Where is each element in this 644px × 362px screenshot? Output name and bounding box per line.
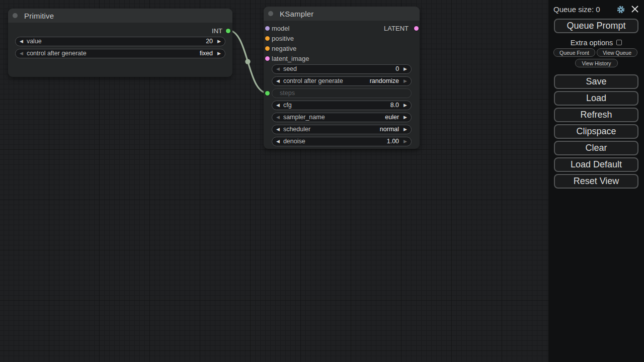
widget-denoise[interactable]: ◀ denoise 1.00 ▶ bbox=[272, 137, 412, 146]
widget-control-after-generate[interactable]: ◀ control after generate fixed ▶ bbox=[15, 49, 225, 58]
input-slot-latent-image[interactable] bbox=[265, 56, 270, 61]
extra-options-label: Extra options bbox=[571, 39, 613, 47]
decrement-arrow-icon[interactable]: ◀ bbox=[276, 127, 280, 132]
view-history-button[interactable]: View History bbox=[575, 59, 618, 67]
clipspace-button[interactable]: Clipspace bbox=[554, 124, 638, 139]
output-label: INT bbox=[192, 28, 222, 34]
input-slot-steps[interactable] bbox=[265, 91, 270, 96]
input-label: negative bbox=[272, 45, 296, 52]
clear-button[interactable]: Clear bbox=[554, 141, 638, 155]
widget-value-text: randomize bbox=[370, 77, 399, 84]
widget-label: value bbox=[27, 38, 206, 45]
widget-steps-disabled: steps bbox=[272, 88, 412, 98]
collapse-dot-icon[interactable] bbox=[268, 11, 273, 16]
widget-value[interactable]: ◀ value 20 ▶ bbox=[15, 37, 225, 46]
widget-value-text: euler bbox=[385, 114, 399, 121]
extra-options-checkbox[interactable] bbox=[616, 40, 622, 45]
input-label: positive bbox=[272, 35, 294, 42]
node-ksampler[interactable]: KSampler model positive negative latent_… bbox=[264, 7, 420, 149]
input-slot-negative[interactable] bbox=[265, 46, 270, 51]
widget-value-text: 1.00 bbox=[387, 138, 399, 145]
load-button[interactable]: Load bbox=[554, 91, 638, 106]
extra-options-row: Extra options bbox=[548, 38, 644, 47]
node-primitive-titlebar[interactable]: Primitive bbox=[8, 9, 232, 23]
widget-value-text: 0 bbox=[395, 65, 399, 72]
decrement-arrow-icon[interactable]: ◀ bbox=[276, 103, 280, 108]
widget-label: seed bbox=[283, 65, 395, 72]
output-slot-int[interactable] bbox=[226, 29, 230, 33]
view-queue-button[interactable]: View Queue bbox=[597, 48, 637, 57]
close-icon[interactable] bbox=[630, 5, 639, 14]
increment-arrow-icon[interactable]: ▶ bbox=[404, 115, 407, 120]
refresh-button[interactable]: Refresh bbox=[554, 108, 638, 122]
increment-arrow-icon[interactable]: ▶ bbox=[404, 139, 407, 144]
load-default-button[interactable]: Load Default bbox=[554, 157, 638, 172]
widget-label: scheduler bbox=[283, 126, 380, 133]
input-label: latent_image bbox=[272, 55, 309, 62]
widget-seed[interactable]: ◀ seed 0 ▶ bbox=[272, 64, 412, 74]
node-primitive[interactable]: Primitive INT ◀ value 20 ▶ ◀ control aft… bbox=[8, 9, 232, 77]
collapse-dot-icon[interactable] bbox=[13, 13, 18, 18]
widget-sampler-name[interactable]: ◀ sampler_name euler ▶ bbox=[272, 113, 412, 122]
widget-label: sampler_name bbox=[283, 114, 385, 121]
decrement-arrow-icon[interactable]: ◀ bbox=[20, 51, 23, 56]
node-title: KSampler bbox=[280, 10, 313, 18]
save-button[interactable]: Save bbox=[554, 74, 638, 89]
graph-canvas[interactable]: Primitive INT ◀ value 20 ▶ ◀ control aft… bbox=[0, 0, 548, 362]
widget-control-after-generate[interactable]: ◀ control after generate randomize ▶ bbox=[272, 76, 412, 86]
decrement-arrow-icon[interactable]: ◀ bbox=[276, 115, 280, 120]
link-wire bbox=[228, 30, 267, 93]
queue-prompt-button[interactable]: Queue Prompt bbox=[554, 19, 638, 33]
decrement-arrow-icon[interactable]: ◀ bbox=[276, 139, 280, 144]
input-slot-positive[interactable] bbox=[265, 36, 270, 41]
input-label: model bbox=[272, 25, 289, 32]
decrement-arrow-icon[interactable]: ◀ bbox=[276, 79, 280, 83]
link-midpoint-dot[interactable] bbox=[245, 59, 250, 64]
output-label: LATENT bbox=[373, 25, 409, 32]
increment-arrow-icon[interactable]: ▶ bbox=[217, 39, 221, 44]
widget-scheduler[interactable]: ◀ scheduler normal ▶ bbox=[272, 125, 412, 134]
increment-arrow-icon[interactable]: ▶ bbox=[404, 79, 407, 83]
increment-arrow-icon[interactable]: ▶ bbox=[404, 103, 407, 108]
increment-arrow-icon[interactable]: ▶ bbox=[404, 67, 407, 71]
output-slot-latent[interactable] bbox=[414, 26, 419, 31]
node-title: Primitive bbox=[24, 12, 54, 20]
widget-label: cfg bbox=[283, 102, 390, 109]
widget-label: denoise bbox=[283, 138, 387, 145]
input-slot-model[interactable] bbox=[265, 26, 270, 31]
widget-label: steps bbox=[280, 89, 407, 97]
reset-view-button[interactable]: Reset View bbox=[554, 174, 638, 189]
settings-gear-icon[interactable] bbox=[616, 5, 626, 15]
widget-value-text: 20 bbox=[206, 38, 213, 45]
widget-value-text: normal bbox=[380, 126, 399, 133]
increment-arrow-icon[interactable]: ▶ bbox=[404, 127, 407, 132]
queue-size-label: Queue size: 0 bbox=[553, 5, 600, 14]
widget-value-text: fixed bbox=[200, 50, 213, 57]
node-ksampler-titlebar[interactable]: KSampler bbox=[264, 7, 420, 21]
decrement-arrow-icon[interactable]: ◀ bbox=[276, 67, 280, 71]
increment-arrow-icon[interactable]: ▶ bbox=[217, 51, 221, 56]
widget-label: control after generate bbox=[283, 77, 370, 84]
decrement-arrow-icon[interactable]: ◀ bbox=[20, 39, 23, 44]
queue-front-button[interactable]: Queue Front bbox=[553, 48, 595, 57]
widget-cfg[interactable]: ◀ cfg 8.0 ▶ bbox=[272, 101, 412, 110]
widget-label: control after generate bbox=[27, 50, 200, 57]
widget-value-text: 8.0 bbox=[390, 102, 399, 109]
